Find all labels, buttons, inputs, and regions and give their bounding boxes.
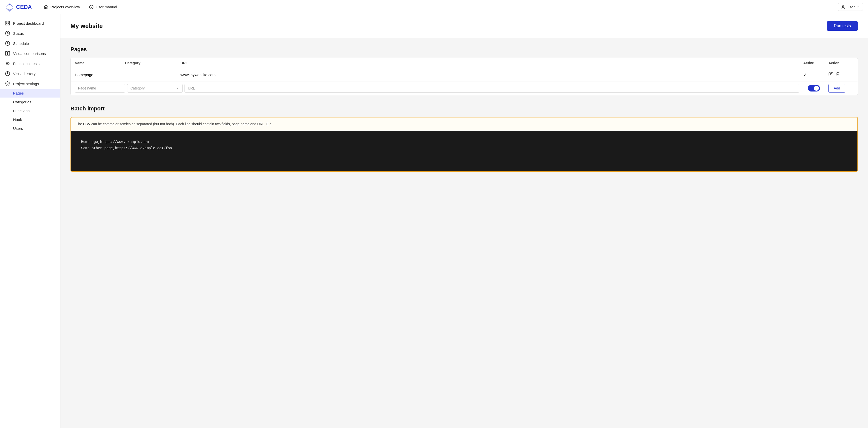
batch-import-section: Batch import The CSV can be comma or sem… <box>70 105 858 172</box>
top-navigation: CEDA Projects overview User manual User <box>0 0 868 14</box>
category-select[interactable]: Category <box>127 84 183 92</box>
info-icon <box>89 5 94 9</box>
edit-icon[interactable] <box>829 72 833 77</box>
svg-rect-8 <box>6 24 7 25</box>
projects-overview-link[interactable]: Projects overview <box>40 3 84 11</box>
batch-import-description: The CSV can be comma or semicolon separa… <box>71 117 858 131</box>
functional-tests-icon <box>5 61 10 66</box>
sidebar-label-status: Status <box>13 31 24 35</box>
status-icon <box>5 31 10 36</box>
sidebar-subitem-hook[interactable]: Hook <box>0 115 60 124</box>
user-label: User <box>846 5 855 9</box>
pages-section-title: Pages <box>70 46 858 53</box>
sidebar-item-functional-tests[interactable]: Functional tests <box>0 58 60 68</box>
sidebar-label-functional-tests: Functional tests <box>13 61 39 66</box>
sidebar-label-visual-history: Visual history <box>13 72 35 76</box>
run-tests-button[interactable]: Run tests <box>827 21 858 31</box>
topnav-links: Projects overview User manual <box>40 3 838 11</box>
user-manual-link[interactable]: User manual <box>85 3 121 11</box>
schedule-icon <box>5 41 10 46</box>
active-check: ✓ <box>803 72 829 77</box>
page-header: My website Run tests <box>60 14 868 38</box>
svg-rect-12 <box>5 52 7 55</box>
sidebar-label-project-settings: Project settings <box>13 82 39 86</box>
sidebar-item-project-settings[interactable]: Project settings <box>0 79 60 89</box>
delete-icon[interactable] <box>836 72 840 77</box>
col-active: Active <box>803 61 829 65</box>
add-page-button[interactable]: Add <box>829 84 845 92</box>
sidebar-subitem-users-label: Users <box>13 126 23 131</box>
sidebar-item-visual-history[interactable]: Visual history <box>0 68 60 79</box>
sidebar-item-visual-comparisons[interactable]: Visual comparisons <box>0 48 60 58</box>
svg-point-18 <box>7 83 8 84</box>
code-line-2: Some other page,https://www.example.com/… <box>81 145 847 151</box>
pages-table: Name Category URL Active Action Homepage… <box>70 58 858 95</box>
sidebar: Project dashboard Status Schedule Visual… <box>0 14 60 428</box>
logo[interactable]: CEDA <box>5 2 32 11</box>
add-row: Category Add <box>71 81 858 95</box>
sidebar-subitem-functional[interactable]: Functional <box>0 106 60 115</box>
row-url: www.mywebsite.com <box>181 73 803 77</box>
page-title: My website <box>70 23 103 29</box>
row-name: Homepage <box>75 73 125 77</box>
table-row: Homepage www.mywebsite.com ✓ <box>71 68 858 81</box>
user-manual-label: User manual <box>96 5 117 9</box>
visual-comparisons-icon <box>5 51 10 56</box>
svg-rect-9 <box>8 24 9 25</box>
settings-icon <box>5 81 10 86</box>
active-toggle[interactable] <box>808 85 820 91</box>
code-line-1: Homepage,https://www.example.com <box>81 139 847 145</box>
main-content: My website Run tests Pages Name Category… <box>60 14 868 428</box>
chevron-down-icon <box>856 5 860 9</box>
sidebar-subitem-hook-label: Hook <box>13 117 22 122</box>
sidebar-label-schedule: Schedule <box>13 41 29 46</box>
chevron-down-icon <box>176 86 179 90</box>
sidebar-label-project-dashboard: Project dashboard <box>13 21 44 25</box>
svg-marker-1 <box>6 8 13 11</box>
batch-import-box: The CSV can be comma or semicolon separa… <box>70 117 858 172</box>
page-name-input[interactable] <box>75 84 125 92</box>
col-url: URL <box>181 61 803 65</box>
batch-import-code: Homepage,https://www.example.com Some ot… <box>71 131 858 171</box>
layout: Project dashboard Status Schedule Visual… <box>0 14 868 428</box>
action-icons <box>829 72 854 77</box>
projects-overview-label: Projects overview <box>50 5 80 9</box>
category-placeholder: Category <box>130 86 176 90</box>
sidebar-item-schedule[interactable]: Schedule <box>0 38 60 48</box>
col-name: Name <box>75 61 125 65</box>
svg-rect-6 <box>6 22 7 23</box>
logo-icon <box>5 2 14 11</box>
add-button-container: Add <box>829 84 854 92</box>
logo-text: CEDA <box>16 4 32 10</box>
sidebar-subitem-pages-label: Pages <box>13 91 24 95</box>
sidebar-subitem-functional-label: Functional <box>13 109 30 113</box>
svg-marker-0 <box>6 3 13 7</box>
sidebar-item-status[interactable]: Status <box>0 28 60 38</box>
user-menu[interactable]: User <box>838 3 863 11</box>
user-icon <box>841 5 845 9</box>
svg-point-5 <box>843 5 844 7</box>
batch-import-title: Batch import <box>70 105 858 112</box>
sidebar-label-visual-comparisons: Visual comparisons <box>13 51 46 56</box>
table-header: Name Category URL Active Action <box>71 58 858 68</box>
sidebar-subitem-categories[interactable]: Categories <box>0 97 60 106</box>
sidebar-subitem-users[interactable]: Users <box>0 124 60 133</box>
sidebar-subitem-categories-label: Categories <box>13 100 31 104</box>
sidebar-subitem-pages[interactable]: Pages <box>0 89 60 97</box>
content-area: Pages Name Category URL Active Action Ho… <box>60 38 868 180</box>
svg-rect-13 <box>8 52 10 55</box>
dashboard-icon <box>5 21 10 26</box>
visual-history-icon <box>5 71 10 76</box>
sidebar-item-project-dashboard[interactable]: Project dashboard <box>0 18 60 28</box>
active-toggle-container <box>801 85 827 91</box>
col-action: Action <box>829 61 854 65</box>
home-icon <box>44 5 48 9</box>
col-category: Category <box>125 61 181 65</box>
url-input[interactable] <box>185 84 799 92</box>
toggle-knob <box>814 86 819 91</box>
svg-rect-7 <box>8 22 9 23</box>
